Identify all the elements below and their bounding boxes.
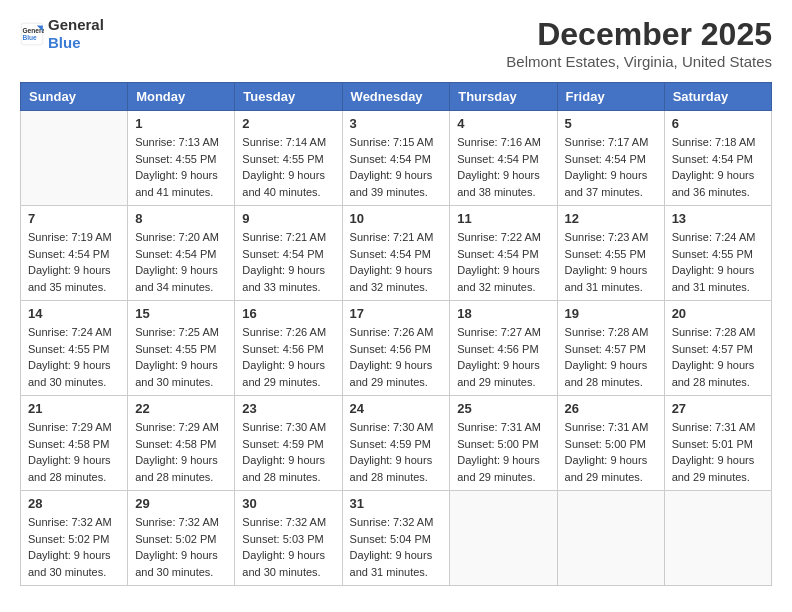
day-number: 8 bbox=[135, 211, 227, 226]
calendar-cell: 12Sunrise: 7:23 AMSunset: 4:55 PMDayligh… bbox=[557, 206, 664, 301]
day-info: Sunrise: 7:14 AMSunset: 4:55 PMDaylight:… bbox=[242, 134, 334, 200]
day-number: 30 bbox=[242, 496, 334, 511]
day-info: Sunrise: 7:23 AMSunset: 4:55 PMDaylight:… bbox=[565, 229, 657, 295]
calendar-cell: 21Sunrise: 7:29 AMSunset: 4:58 PMDayligh… bbox=[21, 396, 128, 491]
calendar-cell: 2Sunrise: 7:14 AMSunset: 4:55 PMDaylight… bbox=[235, 111, 342, 206]
day-info: Sunrise: 7:20 AMSunset: 4:54 PMDaylight:… bbox=[135, 229, 227, 295]
day-number: 26 bbox=[565, 401, 657, 416]
day-info: Sunrise: 7:28 AMSunset: 4:57 PMDaylight:… bbox=[565, 324, 657, 390]
day-number: 31 bbox=[350, 496, 443, 511]
day-number: 6 bbox=[672, 116, 764, 131]
calendar-cell: 10Sunrise: 7:21 AMSunset: 4:54 PMDayligh… bbox=[342, 206, 450, 301]
day-info: Sunrise: 7:31 AMSunset: 5:00 PMDaylight:… bbox=[457, 419, 549, 485]
calendar-header-sunday: Sunday bbox=[21, 83, 128, 111]
calendar-cell bbox=[450, 491, 557, 586]
calendar-header-saturday: Saturday bbox=[664, 83, 771, 111]
day-info: Sunrise: 7:21 AMSunset: 4:54 PMDaylight:… bbox=[350, 229, 443, 295]
calendar-cell: 31Sunrise: 7:32 AMSunset: 5:04 PMDayligh… bbox=[342, 491, 450, 586]
day-info: Sunrise: 7:17 AMSunset: 4:54 PMDaylight:… bbox=[565, 134, 657, 200]
calendar-week-2: 7Sunrise: 7:19 AMSunset: 4:54 PMDaylight… bbox=[21, 206, 772, 301]
calendar-header-thursday: Thursday bbox=[450, 83, 557, 111]
day-info: Sunrise: 7:25 AMSunset: 4:55 PMDaylight:… bbox=[135, 324, 227, 390]
calendar-header-monday: Monday bbox=[128, 83, 235, 111]
day-info: Sunrise: 7:31 AMSunset: 5:00 PMDaylight:… bbox=[565, 419, 657, 485]
day-info: Sunrise: 7:31 AMSunset: 5:01 PMDaylight:… bbox=[672, 419, 764, 485]
calendar-table: SundayMondayTuesdayWednesdayThursdayFrid… bbox=[20, 82, 772, 586]
page-header: General Blue General Blue December 2025 … bbox=[20, 16, 772, 70]
day-number: 13 bbox=[672, 211, 764, 226]
title-area: December 2025 Belmont Estates, Virginia,… bbox=[506, 16, 772, 70]
day-info: Sunrise: 7:30 AMSunset: 4:59 PMDaylight:… bbox=[350, 419, 443, 485]
logo: General Blue General Blue bbox=[20, 16, 104, 52]
day-number: 22 bbox=[135, 401, 227, 416]
day-number: 7 bbox=[28, 211, 120, 226]
day-info: Sunrise: 7:26 AMSunset: 4:56 PMDaylight:… bbox=[242, 324, 334, 390]
calendar-week-5: 28Sunrise: 7:32 AMSunset: 5:02 PMDayligh… bbox=[21, 491, 772, 586]
calendar-cell: 20Sunrise: 7:28 AMSunset: 4:57 PMDayligh… bbox=[664, 301, 771, 396]
day-number: 21 bbox=[28, 401, 120, 416]
calendar-header-tuesday: Tuesday bbox=[235, 83, 342, 111]
day-info: Sunrise: 7:26 AMSunset: 4:56 PMDaylight:… bbox=[350, 324, 443, 390]
day-number: 12 bbox=[565, 211, 657, 226]
day-info: Sunrise: 7:18 AMSunset: 4:54 PMDaylight:… bbox=[672, 134, 764, 200]
day-number: 16 bbox=[242, 306, 334, 321]
day-number: 25 bbox=[457, 401, 549, 416]
day-info: Sunrise: 7:19 AMSunset: 4:54 PMDaylight:… bbox=[28, 229, 120, 295]
calendar-cell: 17Sunrise: 7:26 AMSunset: 4:56 PMDayligh… bbox=[342, 301, 450, 396]
calendar-cell: 6Sunrise: 7:18 AMSunset: 4:54 PMDaylight… bbox=[664, 111, 771, 206]
day-info: Sunrise: 7:32 AMSunset: 5:02 PMDaylight:… bbox=[28, 514, 120, 580]
day-info: Sunrise: 7:30 AMSunset: 4:59 PMDaylight:… bbox=[242, 419, 334, 485]
calendar-cell: 23Sunrise: 7:30 AMSunset: 4:59 PMDayligh… bbox=[235, 396, 342, 491]
calendar-cell: 19Sunrise: 7:28 AMSunset: 4:57 PMDayligh… bbox=[557, 301, 664, 396]
day-info: Sunrise: 7:15 AMSunset: 4:54 PMDaylight:… bbox=[350, 134, 443, 200]
day-info: Sunrise: 7:32 AMSunset: 5:04 PMDaylight:… bbox=[350, 514, 443, 580]
calendar-cell: 1Sunrise: 7:13 AMSunset: 4:55 PMDaylight… bbox=[128, 111, 235, 206]
day-number: 11 bbox=[457, 211, 549, 226]
day-number: 29 bbox=[135, 496, 227, 511]
calendar-cell bbox=[664, 491, 771, 586]
calendar-cell bbox=[557, 491, 664, 586]
day-number: 27 bbox=[672, 401, 764, 416]
day-number: 20 bbox=[672, 306, 764, 321]
day-number: 2 bbox=[242, 116, 334, 131]
calendar-week-4: 21Sunrise: 7:29 AMSunset: 4:58 PMDayligh… bbox=[21, 396, 772, 491]
day-info: Sunrise: 7:29 AMSunset: 4:58 PMDaylight:… bbox=[135, 419, 227, 485]
day-info: Sunrise: 7:21 AMSunset: 4:54 PMDaylight:… bbox=[242, 229, 334, 295]
day-info: Sunrise: 7:29 AMSunset: 4:58 PMDaylight:… bbox=[28, 419, 120, 485]
day-number: 19 bbox=[565, 306, 657, 321]
day-info: Sunrise: 7:27 AMSunset: 4:56 PMDaylight:… bbox=[457, 324, 549, 390]
calendar-cell: 5Sunrise: 7:17 AMSunset: 4:54 PMDaylight… bbox=[557, 111, 664, 206]
calendar-week-3: 14Sunrise: 7:24 AMSunset: 4:55 PMDayligh… bbox=[21, 301, 772, 396]
calendar-cell: 13Sunrise: 7:24 AMSunset: 4:55 PMDayligh… bbox=[664, 206, 771, 301]
day-number: 9 bbox=[242, 211, 334, 226]
calendar-header-wednesday: Wednesday bbox=[342, 83, 450, 111]
calendar-cell: 9Sunrise: 7:21 AMSunset: 4:54 PMDaylight… bbox=[235, 206, 342, 301]
calendar-cell: 25Sunrise: 7:31 AMSunset: 5:00 PMDayligh… bbox=[450, 396, 557, 491]
day-info: Sunrise: 7:16 AMSunset: 4:54 PMDaylight:… bbox=[457, 134, 549, 200]
day-number: 14 bbox=[28, 306, 120, 321]
day-info: Sunrise: 7:32 AMSunset: 5:03 PMDaylight:… bbox=[242, 514, 334, 580]
calendar-cell: 24Sunrise: 7:30 AMSunset: 4:59 PMDayligh… bbox=[342, 396, 450, 491]
calendar-cell: 22Sunrise: 7:29 AMSunset: 4:58 PMDayligh… bbox=[128, 396, 235, 491]
logo-icon: General Blue bbox=[20, 22, 44, 46]
logo-general: General bbox=[48, 16, 104, 34]
day-info: Sunrise: 7:22 AMSunset: 4:54 PMDaylight:… bbox=[457, 229, 549, 295]
day-number: 17 bbox=[350, 306, 443, 321]
calendar-cell: 15Sunrise: 7:25 AMSunset: 4:55 PMDayligh… bbox=[128, 301, 235, 396]
calendar-cell: 11Sunrise: 7:22 AMSunset: 4:54 PMDayligh… bbox=[450, 206, 557, 301]
calendar-cell: 14Sunrise: 7:24 AMSunset: 4:55 PMDayligh… bbox=[21, 301, 128, 396]
calendar-cell: 4Sunrise: 7:16 AMSunset: 4:54 PMDaylight… bbox=[450, 111, 557, 206]
month-title: December 2025 bbox=[506, 16, 772, 53]
calendar-cell: 28Sunrise: 7:32 AMSunset: 5:02 PMDayligh… bbox=[21, 491, 128, 586]
day-number: 24 bbox=[350, 401, 443, 416]
calendar-cell: 30Sunrise: 7:32 AMSunset: 5:03 PMDayligh… bbox=[235, 491, 342, 586]
day-info: Sunrise: 7:24 AMSunset: 4:55 PMDaylight:… bbox=[672, 229, 764, 295]
calendar-cell: 8Sunrise: 7:20 AMSunset: 4:54 PMDaylight… bbox=[128, 206, 235, 301]
calendar-cell: 3Sunrise: 7:15 AMSunset: 4:54 PMDaylight… bbox=[342, 111, 450, 206]
location-title: Belmont Estates, Virginia, United States bbox=[506, 53, 772, 70]
day-number: 28 bbox=[28, 496, 120, 511]
day-info: Sunrise: 7:13 AMSunset: 4:55 PMDaylight:… bbox=[135, 134, 227, 200]
day-info: Sunrise: 7:28 AMSunset: 4:57 PMDaylight:… bbox=[672, 324, 764, 390]
calendar-header-row: SundayMondayTuesdayWednesdayThursdayFrid… bbox=[21, 83, 772, 111]
day-info: Sunrise: 7:24 AMSunset: 4:55 PMDaylight:… bbox=[28, 324, 120, 390]
